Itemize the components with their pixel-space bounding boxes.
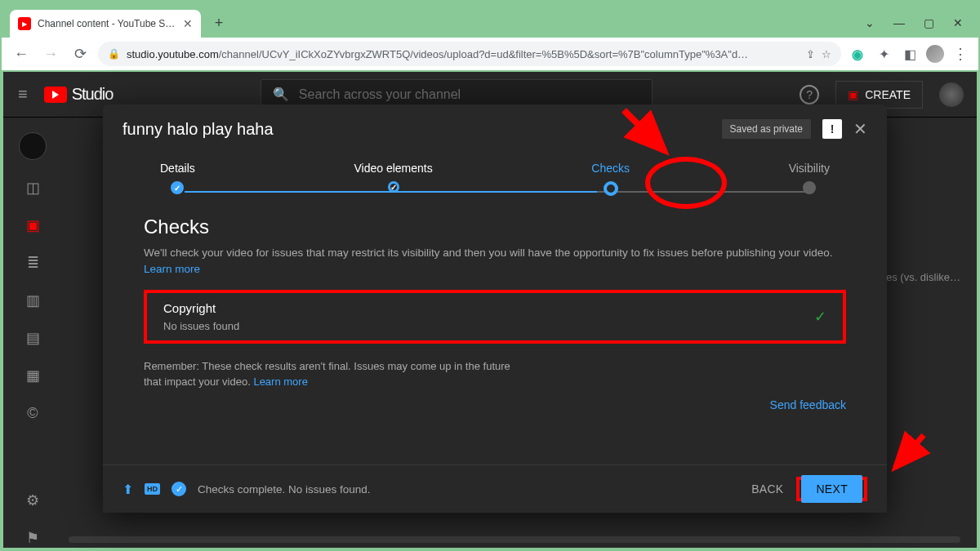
- step-visibility[interactable]: Visibility: [789, 162, 830, 196]
- copyright-card: Copyright No issues found ✓: [144, 290, 846, 344]
- help-icon[interactable]: ?: [800, 85, 819, 104]
- window-minimize-icon[interactable]: —: [893, 16, 905, 29]
- new-tab-button[interactable]: +: [207, 11, 230, 34]
- horizontal-scrollbar[interactable]: [69, 536, 960, 543]
- remember-learn-more-link[interactable]: Learn more: [253, 375, 307, 388]
- browser-toolbar: ← → ⟳ 🔒 studio.youtube.com/channel/UCvY_…: [2, 38, 978, 70]
- chrome-menu-icon[interactable]: ⋮: [951, 45, 970, 63]
- studio-brand-text: Studio: [72, 85, 114, 104]
- nav-forward-icon: →: [39, 46, 62, 63]
- modal-footer: ⬆ HD ✓ Checks complete. No issues found.…: [103, 464, 887, 513]
- modal-body: Checks We'll check your video for issues…: [103, 207, 887, 464]
- nav-reload-icon[interactable]: ⟳: [69, 45, 91, 63]
- account-avatar-icon[interactable]: [939, 82, 964, 107]
- search-icon: 🔍: [273, 87, 289, 102]
- create-camera-icon: ▣: [848, 88, 858, 101]
- youtube-studio-app: ≡ Studio 🔍 Search across your channel ? …: [3, 72, 977, 548]
- copyright-title: Copyright: [163, 301, 239, 315]
- tab-close-icon[interactable]: ✕: [183, 17, 193, 30]
- feedback-icon[interactable]: ⚑: [23, 528, 42, 548]
- copyright-status: No issues found: [163, 320, 239, 332]
- url-path: /channel/UCvY_iICkXoZYvbrgxZWRT5Q/videos…: [219, 48, 748, 60]
- checks-description: We'll check your video for issues that m…: [144, 245, 846, 278]
- footer-status: Checks complete. No issues found.: [198, 483, 371, 495]
- step-label: Video elements: [354, 162, 432, 175]
- window-close-icon[interactable]: ✕: [952, 16, 964, 29]
- browser-tab[interactable]: Channel content - YouTube Studi… ✕: [10, 10, 201, 38]
- step-dot-icon: [388, 181, 399, 193]
- playlists-icon[interactable]: ≣: [23, 253, 42, 273]
- sidepanel-icon[interactable]: ◧: [900, 47, 920, 62]
- step-video-elements[interactable]: Video elements: [354, 162, 432, 196]
- back-button[interactable]: BACK: [751, 482, 783, 495]
- check-complete-icon: ✓: [172, 482, 186, 496]
- window-maximize-icon[interactable]: ▢: [923, 16, 934, 29]
- upload-stepper: Details Video elements Checks Visibility: [103, 153, 887, 207]
- analytics-icon[interactable]: ▥: [23, 291, 42, 310]
- grammarly-extension-icon[interactable]: ◉: [848, 47, 867, 62]
- remember-text: Remember: These check results aren't fin…: [144, 360, 510, 389]
- hamburger-menu-icon[interactable]: ≡: [18, 85, 28, 104]
- next-button[interactable]: NEXT: [801, 475, 862, 503]
- upload-complete-icon: ⬆: [122, 482, 133, 497]
- url-host: studio.youtube.com: [127, 48, 219, 60]
- send-feedback-link[interactable]: Send feedback: [144, 398, 846, 411]
- step-label: Details: [160, 162, 195, 175]
- youtube-favicon-icon: [18, 17, 31, 30]
- comments-icon[interactable]: ▤: [23, 328, 42, 348]
- step-checks[interactable]: Checks: [591, 162, 630, 196]
- modal-title: funny halo play haha: [122, 120, 274, 139]
- browser-titlebar: Channel content - YouTube Studi… ✕ + ⌄ —…: [2, 2, 978, 38]
- copyright-icon[interactable]: ©: [23, 403, 42, 423]
- tab-title: Channel content - YouTube Studi…: [38, 18, 176, 29]
- channel-avatar-icon[interactable]: [19, 132, 47, 160]
- nav-back-icon[interactable]: ←: [10, 46, 33, 63]
- modal-header: funny halo play haha Saved as private ! …: [103, 104, 887, 153]
- step-dot-icon: [803, 181, 816, 194]
- step-dot-icon: [171, 181, 184, 194]
- window-chevron-icon[interactable]: ⌄: [864, 16, 875, 29]
- profile-avatar-icon[interactable]: [926, 45, 944, 63]
- remember-note: Remember: These check results aren't fin…: [144, 358, 528, 390]
- saved-status-chip: Saved as private: [722, 119, 811, 139]
- step-label: Visibility: [789, 162, 830, 175]
- search-placeholder: Search across your channel: [299, 87, 461, 102]
- content-icon[interactable]: ▣: [23, 216, 42, 235]
- svg-line-1: [895, 435, 924, 468]
- upload-modal: funny halo play haha Saved as private ! …: [103, 104, 887, 513]
- checks-desc-text: We'll check your video for issues that m…: [144, 247, 832, 259]
- subtitles-icon[interactable]: ▦: [23, 366, 42, 385]
- checks-heading: Checks: [144, 216, 846, 238]
- studio-leftnav: ◫ ▣ ≣ ▥ ▤ ▦ © ⚙ ⚑: [3, 118, 62, 548]
- url-text: studio.youtube.com/channel/UCvY_iICkXoZY…: [127, 48, 800, 60]
- window-controls: ⌄ — ▢ ✕: [864, 16, 978, 38]
- next-button-highlight: NEXT: [796, 477, 867, 501]
- address-bar[interactable]: 🔒 studio.youtube.com/channel/UCvY_iICkXo…: [98, 42, 841, 66]
- learn-more-link[interactable]: Learn more: [144, 263, 200, 275]
- create-label: CREATE: [865, 88, 911, 101]
- close-icon[interactable]: ✕: [853, 119, 867, 139]
- share-icon[interactable]: ⇪: [806, 48, 815, 60]
- lock-icon: 🔒: [108, 48, 120, 60]
- youtube-play-icon: [44, 87, 67, 103]
- step-details[interactable]: Details: [160, 162, 195, 196]
- step-dot-icon: [604, 181, 618, 196]
- step-label: Checks: [591, 162, 630, 175]
- bookmark-icon[interactable]: ☆: [822, 48, 831, 60]
- extensions-icon[interactable]: ✦: [874, 47, 893, 62]
- hd-badge-icon: HD: [145, 483, 160, 495]
- settings-gear-icon[interactable]: ⚙: [23, 491, 42, 510]
- feedback-square-icon[interactable]: !: [822, 119, 842, 139]
- studio-logo[interactable]: Studio: [44, 85, 114, 104]
- dashboard-icon[interactable]: ◫: [23, 178, 42, 198]
- annotation-arrow-next: [887, 431, 936, 483]
- checkmark-icon: ✓: [814, 308, 826, 326]
